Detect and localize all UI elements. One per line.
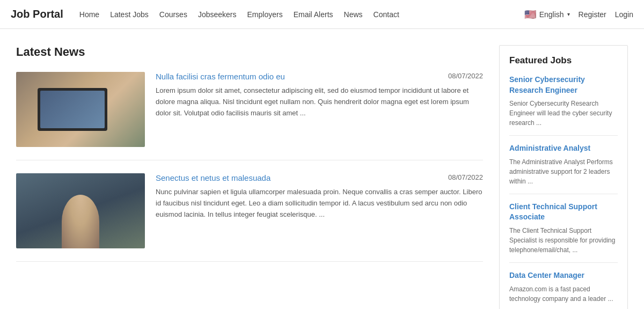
brand-logo: Job Portal bbox=[11, 8, 63, 20]
news-date: 08/07/2022 bbox=[448, 72, 483, 80]
news-list: Nulla facilisi cras fermentum odio eu 08… bbox=[16, 72, 483, 262]
news-date: 08/07/2022 bbox=[448, 173, 483, 181]
news-thumbnail bbox=[16, 173, 145, 248]
news-body: Senectus et netus et malesuada 08/07/202… bbox=[156, 173, 483, 248]
nav-courses[interactable]: Courses bbox=[159, 10, 187, 19]
featured-job-desc: Amazon.com is a fast paced technology co… bbox=[509, 284, 618, 304]
flag-icon: 🇺🇸 bbox=[524, 9, 536, 20]
nav-news[interactable]: News bbox=[344, 10, 363, 19]
featured-job-item: Client Technical Support Associate The C… bbox=[509, 194, 618, 263]
news-body: Nulla facilisi cras fermentum odio eu 08… bbox=[156, 72, 483, 147]
featured-job-desc: The Client Technical Support Specialist … bbox=[509, 226, 618, 255]
page-content: Latest News Nulla facilisi cras fermentu… bbox=[5, 29, 639, 309]
nav-email-alerts[interactable]: Email Alerts bbox=[294, 10, 333, 19]
featured-job-item: Senior Cybersecurity Research Engineer S… bbox=[509, 75, 618, 136]
news-title-link[interactable]: Senectus et netus et malesuada bbox=[156, 173, 270, 182]
news-header: Senectus et netus et malesuada 08/07/202… bbox=[156, 173, 483, 182]
featured-job-item: Data Center Manager Amazon.com is a fast… bbox=[509, 263, 618, 304]
nav-employers[interactable]: Employers bbox=[247, 10, 283, 19]
nav-jobseekers[interactable]: Jobseekers bbox=[198, 10, 237, 19]
language-selector[interactable]: 🇺🇸 English ▾ bbox=[524, 9, 570, 20]
main-column: Latest News Nulla facilisi cras fermentu… bbox=[16, 45, 483, 309]
featured-job-title[interactable]: Senior Cybersecurity Research Engineer bbox=[509, 75, 618, 95]
page-title: Latest News bbox=[16, 45, 483, 59]
nav-contact[interactable]: Contact bbox=[374, 10, 399, 19]
nav-right: 🇺🇸 English ▾ Register Login bbox=[524, 9, 633, 20]
featured-job-title[interactable]: Client Technical Support Associate bbox=[509, 202, 618, 223]
featured-job-title[interactable]: Data Center Manager bbox=[509, 270, 618, 281]
news-excerpt: Nunc pulvinar sapien et ligula ullamcorp… bbox=[156, 187, 483, 220]
featured-jobs-list: Senior Cybersecurity Research Engineer S… bbox=[509, 75, 618, 304]
news-item: Senectus et netus et malesuada 08/07/202… bbox=[16, 173, 483, 262]
register-link[interactable]: Register bbox=[579, 10, 606, 19]
news-thumbnail bbox=[16, 72, 145, 147]
news-item: Nulla facilisi cras fermentum odio eu 08… bbox=[16, 72, 483, 160]
login-link[interactable]: Login bbox=[615, 10, 633, 19]
featured-jobs-card: Featured Jobs Senior Cybersecurity Resea… bbox=[499, 45, 628, 309]
featured-job-desc: The Administrative Analyst Performs admi… bbox=[509, 157, 618, 186]
nav-latest-jobs[interactable]: Latest Jobs bbox=[110, 10, 149, 19]
language-label: English bbox=[539, 10, 564, 19]
sidebar: Featured Jobs Senior Cybersecurity Resea… bbox=[499, 45, 628, 309]
featured-job-title[interactable]: Administrative Analyst bbox=[509, 143, 618, 154]
news-title-link[interactable]: Nulla facilisi cras fermentum odio eu bbox=[156, 72, 285, 81]
nav-home[interactable]: Home bbox=[79, 10, 99, 19]
chevron-down-icon: ▾ bbox=[567, 11, 570, 17]
featured-jobs-title: Featured Jobs bbox=[509, 55, 618, 66]
news-header: Nulla facilisi cras fermentum odio eu 08… bbox=[156, 72, 483, 81]
featured-job-desc: Senior Cybersecurity Research Engineer w… bbox=[509, 99, 618, 128]
nav-links: Home Latest Jobs Courses Jobseekers Empl… bbox=[79, 10, 524, 19]
news-excerpt: Lorem ipsum dolor sit amet, consectetur … bbox=[156, 85, 483, 119]
featured-job-item: Administrative Analyst The Administrativ… bbox=[509, 136, 618, 194]
navbar: Job Portal Home Latest Jobs Courses Jobs… bbox=[0, 0, 644, 29]
